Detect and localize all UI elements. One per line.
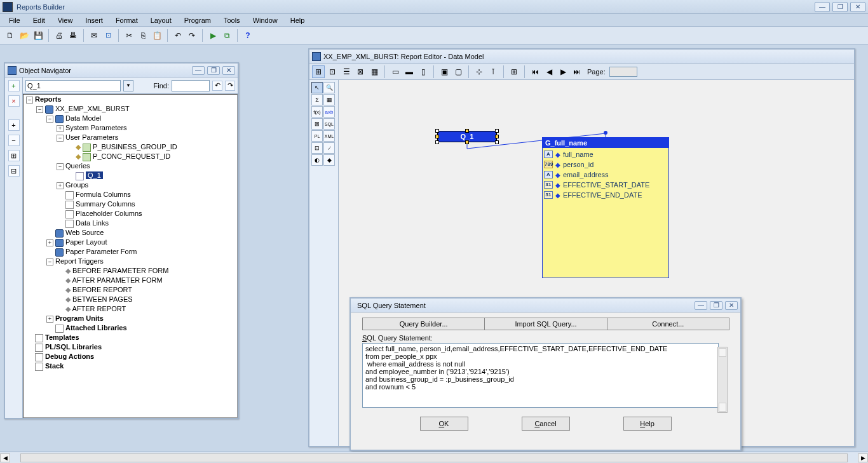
group-column[interactable]: A◆email_address	[544, 170, 667, 180]
align-icon[interactable]: ⊹	[473, 65, 485, 78]
find-prev-icon[interactable]: ↶	[212, 81, 222, 91]
delete-icon[interactable]: ×	[8, 95, 20, 107]
tree-stack[interactable]: Stack	[45, 362, 64, 370]
tree-websource[interactable]: Web Source	[65, 229, 104, 236]
sql-tab-query-builder[interactable]: Query Builder...	[362, 318, 485, 330]
tree-t-before-rep[interactable]: BEFORE REPORT	[72, 286, 132, 293]
first-page-icon[interactable]: ⏮	[529, 65, 541, 78]
view-layout-icon[interactable]: ⊡	[326, 65, 339, 78]
insert-field-icon[interactable]: ▬	[403, 65, 416, 78]
object-tree[interactable]: −Reports −XX_EMP_XML_BURST −Data Model +…	[23, 94, 238, 418]
crossprod-icon[interactable]: ⊠	[311, 118, 323, 130]
sql-help-button[interactable]: Help	[623, 417, 672, 431]
tree-q1[interactable]: Q_1	[86, 171, 103, 179]
create-icon[interactable]: +	[8, 80, 20, 91]
menu-insert[interactable]: Insert	[79, 15, 109, 25]
placeholder-icon[interactable]: f(x)	[311, 106, 323, 117]
menu-tools[interactable]: Tools	[217, 15, 247, 25]
xml-icon[interactable]: XML	[323, 130, 335, 142]
sql-ok-button[interactable]: OK	[420, 417, 468, 431]
tree-t-before-pf[interactable]: BEFORE PARAMETER FORM	[72, 267, 168, 274]
tree-formula[interactable]: Formula Columns	[76, 191, 131, 198]
menu-view[interactable]: View	[51, 15, 79, 25]
next-page-icon[interactable]: ▶	[557, 65, 569, 78]
tree-att-lib[interactable]: Attached Libraries	[65, 324, 127, 332]
insert-frame-icon[interactable]: ▭	[389, 65, 402, 78]
collapse-all-icon[interactable]: ⊟	[8, 165, 20, 177]
menu-help[interactable]: Help	[284, 15, 311, 25]
grid-icon[interactable]: ⊞	[508, 65, 520, 78]
find-next-icon[interactable]: ↷	[225, 81, 235, 91]
tree-prog-units[interactable]: Program Units	[55, 314, 104, 322]
open-icon[interactable]: 📂	[18, 29, 31, 42]
new-icon[interactable]: 🗋	[4, 29, 17, 42]
tree-queries[interactable]: Queries	[65, 162, 90, 170]
tree-p-bgid[interactable]: P_BUSINESS_GROUP_ID	[93, 143, 177, 151]
print-icon[interactable]: 🖨	[53, 29, 65, 42]
tree-data-model[interactable]: Data Model	[65, 114, 101, 122]
align2-icon[interactable]: ⊺	[487, 65, 499, 78]
sql-titlebar[interactable]: SQL Query Statement — ❐ ✕	[351, 299, 740, 312]
expand-all-icon[interactable]: ⊞	[8, 150, 20, 161]
current-object-input[interactable]	[25, 80, 121, 91]
plsql-icon[interactable]: PL	[311, 130, 323, 142]
page-input[interactable]	[609, 67, 637, 77]
menu-window[interactable]: Window	[247, 15, 284, 25]
zoom-in-icon[interactable]: ▣	[438, 65, 451, 78]
scroll-left-icon[interactable]: ◀	[0, 453, 10, 462]
editor-titlebar[interactable]: XX_EMP_XML_BURST: Report Editor - Data M…	[309, 50, 854, 64]
paste-icon[interactable]: 📋	[151, 29, 163, 42]
web-icon[interactable]: ⊡	[102, 29, 114, 42]
cut-icon[interactable]: ✂	[123, 29, 135, 42]
objnav-minimize-button[interactable]: —	[192, 66, 205, 75]
save-icon[interactable]: 💾	[32, 29, 44, 42]
refcursor-icon[interactable]: ⊡	[311, 142, 323, 154]
group-column[interactable]: 31◆EFFECTIVE_END_DATE	[544, 190, 667, 200]
menu-program[interactable]: Program	[178, 15, 217, 25]
view-web-icon[interactable]: ⊠	[354, 65, 367, 78]
tree-t-between[interactable]: BETWEEN PAGES	[72, 295, 133, 303]
axb-icon[interactable]: axb	[323, 106, 335, 117]
pointer-icon[interactable]: ↖	[311, 82, 323, 93]
datalink-icon[interactable]: ⟋	[323, 142, 335, 154]
collapse-icon[interactable]: −	[8, 135, 20, 146]
tree-paper-layout[interactable]: Paper Layout	[65, 238, 107, 246]
find-input[interactable]	[172, 80, 210, 91]
last-page-icon[interactable]: ⏭	[571, 65, 583, 78]
close-button[interactable]: ✕	[850, 2, 865, 12]
run-icon[interactable]: ⧉	[220, 29, 233, 42]
sql-textarea[interactable]	[362, 343, 719, 408]
view-datamodel-icon[interactable]: ⊞	[312, 65, 325, 78]
undo-icon[interactable]: ↶	[172, 29, 184, 42]
tree-plsql[interactable]: PL/SQL Libraries	[45, 343, 102, 351]
prev-page-icon[interactable]: ◀	[543, 65, 555, 78]
help-icon[interactable]: ?	[241, 29, 254, 42]
tree-report[interactable]: XX_EMP_XML_BURST	[55, 105, 130, 112]
minimize-button[interactable]: —	[815, 2, 830, 12]
zoom-out-icon[interactable]: ▢	[452, 65, 465, 78]
tree-rep-triggers[interactable]: Report Triggers	[55, 257, 104, 265]
sql-close-button[interactable]: ✕	[725, 301, 738, 310]
summary-col-icon[interactable]: Σ	[311, 94, 323, 105]
objnav-restore-button[interactable]: ❐	[207, 66, 220, 75]
group-column[interactable]: 789◆person_id	[544, 159, 667, 170]
tree-paper-param[interactable]: Paper Parameter Form	[65, 248, 137, 255]
formula-col-icon[interactable]: ▦	[323, 94, 335, 105]
restore-button[interactable]: ❐	[832, 2, 848, 12]
tree-sys-params[interactable]: System Parameters	[65, 124, 127, 131]
tree-placeholder[interactable]: Placeholder Columns	[76, 210, 142, 217]
menu-format[interactable]: Format	[109, 15, 144, 25]
scroll-right-icon[interactable]: ▶	[858, 453, 868, 462]
insert-text-icon[interactable]: ▯	[417, 65, 430, 78]
mail-icon[interactable]: ✉	[88, 29, 100, 42]
menu-file[interactable]: File	[3, 15, 27, 25]
menu-layout[interactable]: Layout	[144, 15, 178, 25]
tree-user-params[interactable]: User Parameters	[65, 133, 118, 141]
tree-datalinks[interactable]: Data Links	[76, 219, 109, 227]
object-dropdown-button[interactable]: ▼	[123, 80, 133, 91]
redo-icon[interactable]: ↷	[186, 29, 198, 42]
tree-summary[interactable]: Summary Columns	[76, 200, 135, 208]
sql-minimize-button[interactable]: —	[695, 301, 707, 310]
tree-templates[interactable]: Templates	[45, 333, 79, 341]
sql-tab-import[interactable]: Import SQL Query...	[484, 318, 607, 330]
